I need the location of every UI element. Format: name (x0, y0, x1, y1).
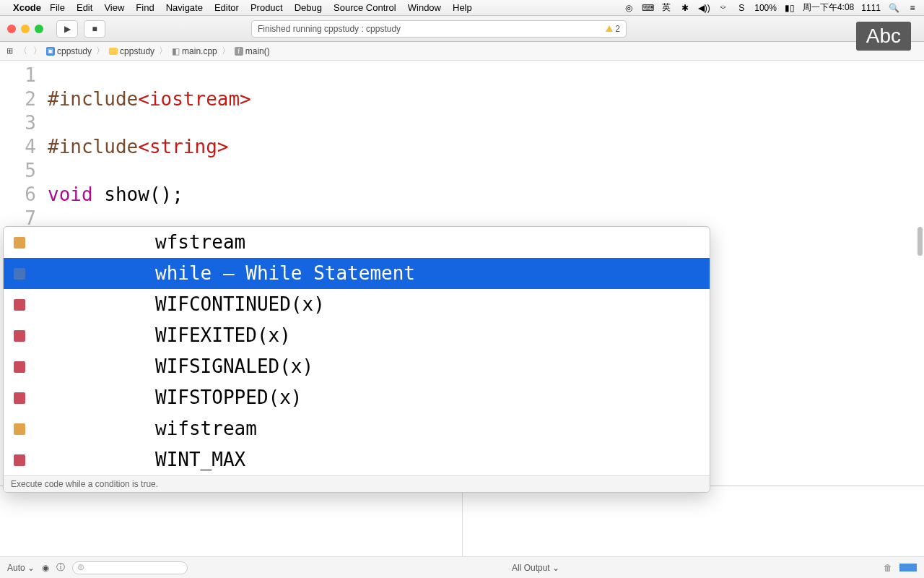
status-text: Finished running cppstudy : cppstudy (258, 24, 401, 34)
macro-icon (14, 454, 25, 466)
notification-icon[interactable]: ≡ (907, 2, 918, 14)
completion-label: WIFSIGNALED(x) (40, 351, 313, 382)
menu-source-control[interactable]: Source Control (334, 2, 396, 13)
header-name: <string> (138, 136, 228, 158)
menu-help[interactable]: Help (453, 2, 472, 13)
console-output[interactable] (463, 486, 925, 556)
completion-item-selected[interactable]: while — While Statement (4, 258, 710, 289)
completion-item[interactable]: WIFCONTINUED(x) (4, 289, 710, 320)
completion-label: WIFEXITED(x) (40, 320, 291, 351)
macro-icon (14, 299, 25, 311)
quicklook-icon[interactable]: ◉ (42, 563, 49, 573)
input-method-overlay: Abc (856, 22, 911, 51)
variables-view[interactable] (0, 486, 462, 556)
variables-filter[interactable]: ⊜ (72, 561, 188, 574)
completion-item[interactable]: WIFSTOPPED(x) (4, 382, 710, 413)
completion-item[interactable]: wifstream (4, 413, 710, 444)
status-icon[interactable]: ⌨ (642, 2, 653, 14)
breadcrumb-folder[interactable]: cppstudy (109, 46, 154, 56)
source-editor[interactable]: 1234567 #include<iostream> #include<stri… (0, 61, 924, 486)
completion-item[interactable]: WIFEXITED(x) (4, 320, 710, 351)
keyword: void (48, 184, 93, 205)
input-method-icon[interactable]: 英 (661, 2, 672, 14)
menu-window[interactable]: Window (408, 2, 441, 13)
status-icon[interactable]: ◎ (623, 2, 635, 14)
completion-label: WIFSTOPPED(x) (40, 382, 302, 413)
forward-button[interactable]: 〉 (33, 45, 42, 57)
minimize-button[interactable] (21, 25, 30, 33)
scrollbar-thumb[interactable] (918, 227, 923, 256)
debug-bar: Auto ⌄ ◉ ⓘ ⊜ All Output ⌄ 🗑 (0, 556, 924, 578)
bluetooth-icon[interactable]: ✱ (679, 2, 691, 14)
code-completion-popup: wfstream while — While Statement WIFCONT… (3, 226, 710, 493)
preprocessor: #include (48, 88, 138, 110)
wifi-icon[interactable]: ⌔ (717, 2, 728, 14)
macro-icon (14, 330, 25, 342)
battery-text: 100% (754, 3, 777, 13)
completion-label: wifstream (40, 413, 257, 444)
breadcrumb-function-label: main() (245, 46, 270, 56)
completion-item[interactable]: WINT_MAX (4, 444, 710, 475)
related-items-icon[interactable]: ⊞ (4, 46, 14, 56)
menu-view[interactable]: View (104, 2, 124, 13)
warning-icon (606, 25, 613, 32)
activity-status[interactable]: Finished running cppstudy : cppstudy 2 (251, 20, 627, 38)
breadcrumb-project[interactable]: ▣ cppstudy (46, 46, 92, 56)
output-selector[interactable]: All Output ⌄ (512, 563, 559, 573)
menu-file[interactable]: File (50, 2, 65, 13)
project-icon: ▣ (46, 47, 55, 56)
code-text: show(); (93, 184, 183, 205)
app-icon[interactable]: S (736, 2, 747, 14)
function-icon: f (235, 47, 243, 56)
chevron-icon: 〉 (159, 45, 167, 57)
panel-toggle[interactable] (899, 564, 917, 571)
menu-product[interactable]: Product (250, 2, 283, 13)
debug-area (0, 486, 924, 556)
type-icon (14, 237, 25, 249)
folder-icon (109, 48, 118, 55)
stop-button[interactable]: ■ (84, 20, 105, 38)
menu-find[interactable]: Find (136, 2, 154, 13)
breadcrumb-project-label: cppstudy (57, 46, 92, 56)
completion-list: wfstream while — While Statement WIFCONT… (4, 227, 710, 475)
jump-bar: ⊞ 〈 〉 ▣ cppstudy 〉 cppstudy 〉 ◧ main.cpp… (0, 42, 924, 61)
completion-label: wfstream (40, 227, 245, 258)
preprocessor: #include (48, 136, 138, 158)
completion-item[interactable]: WIFSIGNALED(x) (4, 351, 710, 382)
breadcrumb-folder-label: cppstudy (120, 46, 154, 56)
menu-debug[interactable]: Debug (295, 2, 322, 13)
warning-count: 2 (615, 24, 620, 34)
warnings-indicator[interactable]: 2 (606, 24, 620, 34)
menu-edit[interactable]: Edit (77, 2, 92, 13)
completion-description: Execute code while a condition is true. (4, 475, 710, 492)
window-controls (7, 25, 43, 33)
zoom-button[interactable] (35, 25, 43, 33)
completion-label: WIFCONTINUED(x) (40, 289, 325, 320)
chevron-icon: 〉 (96, 45, 105, 57)
app-name[interactable]: Xcode (13, 2, 41, 13)
breadcrumb-file-label: main.cpp (182, 46, 217, 56)
auto-selector[interactable]: Auto ⌄ (7, 563, 35, 573)
volume-icon[interactable]: ◀)) (698, 2, 710, 14)
xcode-toolbar: ▶ ■ Finished running cppstudy : cppstudy… (0, 16, 924, 42)
completion-item[interactable]: wfstream (4, 227, 710, 258)
back-button[interactable]: 〈 (19, 45, 27, 57)
type-icon (14, 423, 25, 435)
macro-icon (14, 392, 25, 404)
menu-editor[interactable]: Editor (214, 2, 239, 13)
clock[interactable]: 周一下午4:08 (803, 1, 854, 14)
spotlight-icon[interactable]: 🔍 (888, 2, 899, 14)
breadcrumb-function[interactable]: f main() (235, 46, 270, 56)
macos-menubar: Xcode File Edit View Find Navigate Edito… (0, 0, 924, 16)
snippet-icon (14, 268, 25, 280)
breadcrumb-file[interactable]: ◧ main.cpp (172, 46, 217, 56)
close-button[interactable] (7, 25, 16, 33)
run-button[interactable]: ▶ (56, 20, 78, 38)
completion-label: WINT_MAX (40, 444, 245, 475)
menu-navigate[interactable]: Navigate (166, 2, 203, 13)
battery-icon[interactable]: ▮▯ (784, 2, 796, 14)
clear-console-button[interactable]: 🗑 (884, 563, 892, 573)
cpp-file-icon: ◧ (172, 46, 180, 56)
print-description-icon[interactable]: ⓘ (56, 561, 65, 574)
header-name: <iostream> (138, 88, 251, 110)
